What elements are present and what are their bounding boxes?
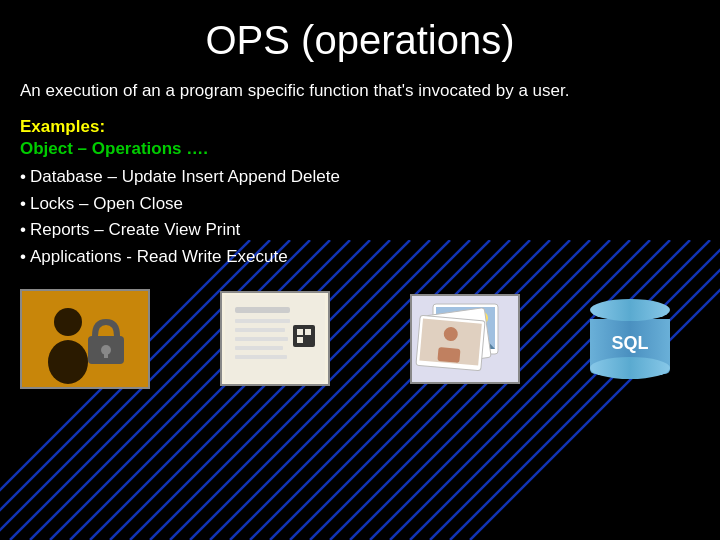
page-title: OPS (operations) [20, 10, 700, 63]
document-image [210, 289, 340, 389]
svg-rect-37 [235, 337, 288, 341]
svg-rect-43 [297, 337, 303, 343]
sql-cylinder-icon: SQL [590, 299, 670, 379]
svg-rect-44 [305, 337, 309, 341]
list-item: Locks – Open Close [20, 192, 700, 216]
object-operations-label: Object – Operations …. [20, 139, 700, 159]
lock-image [20, 289, 150, 389]
svg-rect-36 [235, 328, 285, 332]
photos-image [400, 289, 530, 389]
lock-icon [20, 289, 150, 389]
svg-rect-38 [235, 346, 283, 350]
images-row: SQL [20, 289, 700, 389]
svg-rect-41 [297, 329, 303, 335]
list-item: Reports – Create View Print [20, 218, 700, 242]
sql-image: SQL [590, 294, 670, 384]
sql-label: SQL [611, 333, 648, 354]
intro-text: An execution of an a program specific fu… [20, 79, 700, 103]
svg-rect-40 [293, 325, 315, 347]
svg-rect-32 [104, 350, 108, 358]
svg-rect-42 [305, 329, 311, 335]
svg-point-28 [54, 308, 82, 336]
svg-rect-35 [235, 319, 290, 323]
photos-icon [410, 294, 520, 384]
svg-rect-34 [235, 307, 290, 313]
svg-point-29 [48, 340, 88, 384]
svg-rect-39 [235, 355, 287, 359]
operations-list: Database – Update Insert Append Delete L… [20, 165, 700, 269]
examples-label: Examples: [20, 117, 700, 137]
list-item: Database – Update Insert Append Delete [20, 165, 700, 189]
svg-rect-53 [437, 347, 460, 363]
document-icon [220, 291, 330, 386]
list-item: Applications - Read Write Execute [20, 245, 700, 269]
